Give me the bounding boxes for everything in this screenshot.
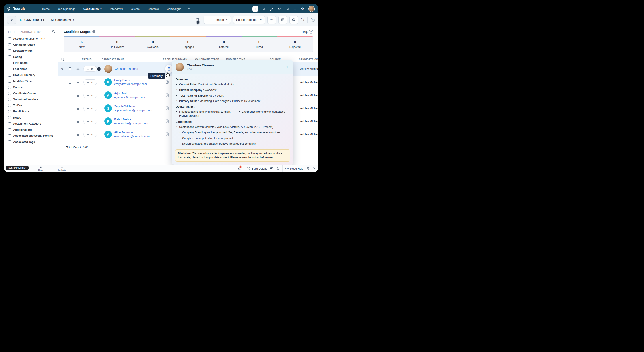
filter-item-first-name[interactable]: First Name: [8, 61, 55, 65]
screen-share-button[interactable]: [270, 167, 273, 170]
checkbox[interactable]: [8, 140, 11, 143]
row-checkbox[interactable]: [66, 133, 74, 136]
binoculars-icon[interactable]: [74, 80, 82, 84]
filter-item-attachment-category[interactable]: Attachment Category: [8, 122, 55, 125]
nav-item-interviews[interactable]: Interviews: [106, 4, 126, 14]
announcement-icon[interactable]: [278, 7, 282, 11]
edit-pencil-icon[interactable]: ✎: [58, 67, 66, 71]
help-circle-icon[interactable]: ?: [311, 18, 315, 22]
stage-rejected[interactable]: 0Rejected: [277, 40, 313, 49]
filter-item-last-name[interactable]: Last Name: [8, 68, 55, 71]
checkbox[interactable]: [8, 104, 11, 107]
row-checkbox[interactable]: [66, 107, 74, 110]
sort-az-button[interactable]: AZ↓: [301, 18, 304, 22]
candidate-name-link[interactable]: Christina Thomas: [115, 67, 138, 70]
row-checkbox[interactable]: [66, 67, 74, 70]
rating-control[interactable]: --★: [83, 93, 97, 98]
binoculars-icon[interactable]: [74, 132, 82, 136]
hamburger-menu-icon[interactable]: [30, 8, 33, 10]
filter-item-candidate-owner[interactable]: Candidate Owner: [8, 92, 55, 95]
more-actions-button[interactable]: •••: [267, 16, 276, 24]
summary-icon[interactable]: [165, 132, 170, 136]
filter-item-rating[interactable]: Rating: [8, 55, 55, 59]
app-logo[interactable]: Recruit: [6, 7, 25, 11]
filter-item-associated-tags[interactable]: Associated Tags: [8, 140, 55, 143]
candidate-email-link[interactable]: rahul.mehta@example.com: [114, 122, 148, 125]
filter-item-candidate-stage[interactable]: Candidate Stage: [8, 43, 55, 46]
summary-icon[interactable]: [165, 119, 170, 123]
quick-create-button[interactable]: [252, 6, 258, 12]
chats-button[interactable]: Chats: [33, 166, 48, 171]
candidate-name-link[interactable]: Alice Johnson: [114, 131, 150, 134]
zoom-search-button[interactable]: [312, 167, 316, 170]
info-icon[interactable]: i: [92, 30, 96, 33]
candidate-avatar[interactable]: A: [104, 91, 112, 99]
close-icon[interactable]: ✕: [285, 64, 290, 70]
binoculars-icon[interactable]: [74, 119, 82, 123]
checkbox[interactable]: [8, 62, 11, 65]
candidate-avatar[interactable]: S: [104, 104, 112, 112]
checkbox[interactable]: [8, 128, 11, 131]
nav-item-job-openings[interactable]: Job Openings: [54, 4, 79, 14]
row-checkbox[interactable]: [66, 120, 74, 123]
nav-item-clients[interactable]: Clients: [127, 4, 143, 14]
import-button[interactable]: Import ▼: [212, 16, 231, 24]
filter-item-profile-summary[interactable]: Profile Summary: [8, 74, 55, 77]
nav-item-candidates[interactable]: Candidates ▼: [80, 4, 106, 14]
list-view-icon[interactable]: [189, 18, 194, 22]
filter-item-submitted-vendors[interactable]: Submitted Vendors: [8, 98, 55, 101]
search-icon[interactable]: [262, 7, 266, 11]
warning-indicator[interactable]: [238, 167, 241, 170]
stage-offered[interactable]: 0Offered: [206, 40, 242, 49]
contacts-button[interactable]: Contacts: [54, 166, 69, 171]
stage-engaged[interactable]: 0Engaged: [170, 40, 206, 49]
nav-more-icon[interactable]: •••: [186, 7, 194, 11]
filter-item-notes[interactable]: Notes: [8, 116, 55, 119]
build-details-button[interactable]: ? Build Details: [247, 167, 267, 170]
filter-item-modified-time[interactable]: Modified Time: [8, 80, 55, 83]
checkbox[interactable]: [8, 116, 11, 119]
candidate-avatar[interactable]: E: [104, 78, 112, 86]
checkbox[interactable]: [8, 55, 11, 58]
candidate-name-link[interactable]: Sophia Williams: [114, 105, 152, 108]
filter-item-email-status[interactable]: Email Status: [8, 110, 55, 113]
stage-in-review[interactable]: 0In Review: [100, 40, 135, 49]
checkbox[interactable]: [8, 110, 11, 113]
stage-available[interactable]: 0Available: [135, 40, 170, 49]
checkbox[interactable]: [8, 98, 11, 101]
select-all-checkbox[interactable]: [66, 58, 74, 61]
filter-item-source[interactable]: Source: [8, 86, 55, 89]
row-checkbox[interactable]: [66, 81, 74, 84]
candidate-avatar[interactable]: R: [104, 117, 112, 125]
filter-item-assessment-name[interactable]: Assessment Name✦✧: [8, 37, 55, 40]
copy-docs-button[interactable]: [306, 167, 310, 170]
checkbox[interactable]: [8, 68, 11, 70]
star-icon[interactable]: ★: [91, 107, 93, 110]
binoculars-icon[interactable]: [74, 106, 82, 110]
rating-control[interactable]: --★: [83, 132, 97, 137]
filter-item-located-within[interactable]: Located within: [8, 49, 55, 52]
print-button[interactable]: [289, 16, 298, 24]
need-help-button[interactable]: ? Need Help: [286, 167, 303, 170]
star-icon[interactable]: ★: [91, 120, 93, 123]
stage-new[interactable]: 6New: [64, 40, 100, 49]
summary-icon[interactable]: [165, 106, 170, 110]
history-button[interactable]: [276, 167, 280, 170]
filter-item-additional-info[interactable]: Additional Info: [8, 128, 55, 131]
checkbox[interactable]: [8, 92, 11, 95]
row-checkbox[interactable]: [66, 94, 74, 97]
candidate-email-link[interactable]: alice.johnson@example.com: [114, 135, 150, 138]
star-icon[interactable]: ★: [91, 67, 93, 70]
user-avatar[interactable]: [308, 6, 315, 12]
nav-item-contacts[interactable]: Contacts: [144, 4, 162, 14]
binoculars-icon[interactable]: [74, 67, 82, 71]
candidate-avatar[interactable]: A: [104, 130, 112, 138]
checkbox[interactable]: [8, 37, 11, 40]
help-link[interactable]: Help ?: [302, 30, 313, 34]
checkbox[interactable]: [8, 86, 11, 89]
add-candidate-button[interactable]: [204, 16, 212, 24]
view-selector-dropdown[interactable]: All Candidates ▼: [51, 18, 74, 22]
settings-gear-icon[interactable]: ⚙: [300, 7, 304, 11]
star-icon[interactable]: ★: [91, 81, 93, 84]
candidate-name-link[interactable]: Arjun Nair: [114, 92, 145, 95]
